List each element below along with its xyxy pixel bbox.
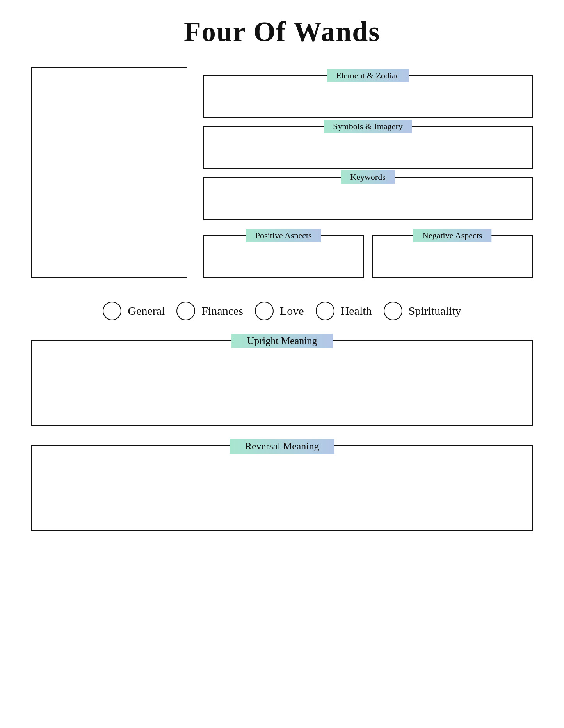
right-panels: Element & Zodiac Symbols & Imagery Keywo… (203, 67, 533, 278)
radio-label-spirituality: Spirituality (409, 304, 461, 318)
radio-label-love: Love (280, 304, 304, 318)
negative-aspects-box: Negative Aspects (372, 235, 533, 278)
radio-label-finances: Finances (201, 304, 243, 318)
radio-label-general: General (128, 304, 165, 318)
positive-aspects-box: Positive Aspects (203, 235, 364, 278)
radio-circle-health[interactable] (316, 302, 334, 320)
card-image-box (31, 67, 187, 278)
radio-circle-spirituality[interactable] (384, 302, 402, 320)
radio-item-finances[interactable]: Finances (176, 302, 243, 320)
upright-meaning-section: Upright Meaning (31, 340, 533, 426)
radio-section: General Finances Love Health Spiritualit… (31, 302, 533, 320)
element-zodiac-label: Element & Zodiac (327, 69, 409, 82)
radio-item-health[interactable]: Health (316, 302, 372, 320)
symbols-box: Symbols & Imagery (203, 126, 533, 169)
reversal-meaning-label: Reversal Meaning (230, 439, 335, 454)
radio-label-health: Health (341, 304, 372, 318)
upright-meaning-box: Upright Meaning (31, 340, 533, 426)
reversal-meaning-section: Reversal Meaning (31, 445, 533, 531)
keywords-box: Keywords (203, 177, 533, 220)
radio-item-love[interactable]: Love (255, 302, 304, 320)
radio-circle-finances[interactable] (176, 302, 195, 320)
reversal-meaning-box: Reversal Meaning (31, 445, 533, 531)
upright-meaning-label: Upright Meaning (231, 334, 333, 348)
aspects-row: Positive Aspects Negative Aspects (203, 227, 533, 278)
page-title: Four Of Wands (31, 16, 533, 48)
radio-circle-general[interactable] (103, 302, 121, 320)
symbols-label: Symbols & Imagery (324, 120, 412, 133)
radio-item-general[interactable]: General (103, 302, 165, 320)
top-section: Element & Zodiac Symbols & Imagery Keywo… (31, 67, 533, 278)
radio-item-spirituality[interactable]: Spirituality (384, 302, 461, 320)
element-zodiac-box: Element & Zodiac (203, 75, 533, 118)
negative-aspects-label: Negative Aspects (413, 229, 491, 242)
keywords-label: Keywords (341, 170, 395, 184)
radio-circle-love[interactable] (255, 302, 274, 320)
positive-aspects-label: Positive Aspects (246, 229, 321, 242)
